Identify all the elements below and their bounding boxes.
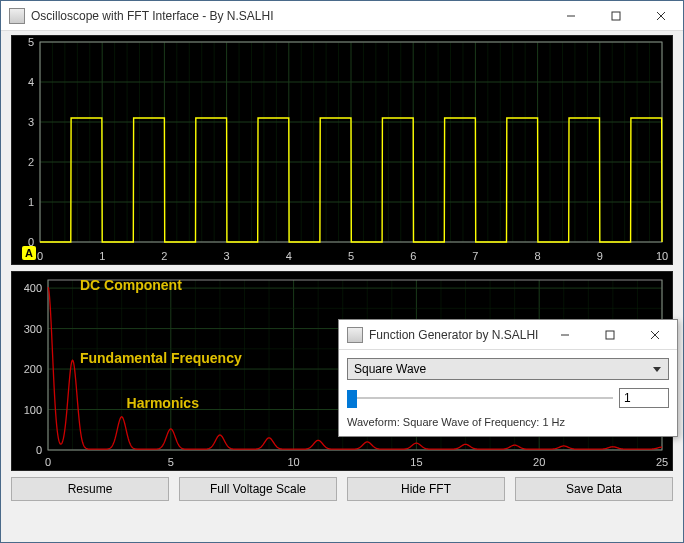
fg-waveform-select-wrap: Square Wave (347, 358, 669, 380)
svg-text:25: 25 (656, 456, 668, 468)
minimize-button[interactable] (548, 1, 593, 30)
svg-rect-132 (606, 331, 614, 339)
svg-text:9: 9 (597, 250, 603, 262)
svg-text:100: 100 (24, 404, 42, 416)
svg-text:8: 8 (535, 250, 541, 262)
hide-fft-button[interactable]: Hide FFT (347, 477, 505, 501)
svg-text:5: 5 (348, 250, 354, 262)
svg-text:7: 7 (472, 250, 478, 262)
svg-text:4: 4 (28, 76, 34, 88)
main-titlebar[interactable]: Oscilloscope with FFT Interface - By N.S… (1, 1, 683, 31)
fg-close-button[interactable] (632, 320, 677, 349)
svg-text:10: 10 (656, 250, 668, 262)
app-icon (9, 8, 25, 24)
content-area: 012345678910543210A 05101520254003002001… (1, 31, 683, 542)
fg-freq-input[interactable] (619, 388, 669, 408)
function-generator-window[interactable]: Function Generator by N.SALHI Square Wav… (338, 319, 678, 437)
svg-text:2: 2 (28, 156, 34, 168)
slider-thumb-icon[interactable] (347, 390, 357, 408)
fg-app-icon (347, 327, 363, 343)
svg-text:200: 200 (24, 363, 42, 375)
svg-text:Fundamental Frequency: Fundamental Frequency (80, 350, 242, 366)
resume-button[interactable]: Resume (11, 477, 169, 501)
fg-status-text: Waveform: Square Wave of Frequency: 1 Hz (347, 416, 669, 428)
main-window: Oscilloscope with FFT Interface - By N.S… (0, 0, 684, 543)
svg-text:0: 0 (37, 250, 43, 262)
fg-freq-row (347, 388, 669, 408)
svg-text:3: 3 (224, 250, 230, 262)
oscilloscope-chart: 012345678910543210A (11, 35, 673, 265)
fg-minimize-button[interactable] (542, 320, 587, 349)
svg-text:10: 10 (287, 456, 299, 468)
svg-text:DC Component: DC Component (80, 277, 182, 293)
main-title: Oscilloscope with FFT Interface - By N.S… (31, 9, 548, 23)
save-data-button[interactable]: Save Data (515, 477, 673, 501)
svg-text:15: 15 (410, 456, 422, 468)
svg-text:5: 5 (28, 36, 34, 48)
fg-titlebar[interactable]: Function Generator by N.SALHI (339, 320, 677, 350)
fg-waveform-select[interactable]: Square Wave (347, 358, 669, 380)
svg-text:4: 4 (286, 250, 292, 262)
svg-rect-1 (612, 12, 620, 20)
svg-text:5: 5 (168, 456, 174, 468)
svg-text:20: 20 (533, 456, 545, 468)
svg-text:A: A (25, 247, 33, 259)
fg-freq-slider[interactable] (347, 388, 613, 408)
maximize-button[interactable] (593, 1, 638, 30)
oscilloscope-svg: 012345678910543210A (12, 36, 672, 266)
fg-title: Function Generator by N.SALHI (369, 328, 542, 342)
svg-text:3: 3 (28, 116, 34, 128)
close-button[interactable] (638, 1, 683, 30)
svg-text:1: 1 (28, 196, 34, 208)
fg-body: Square Wave Waveform: Square Wave of Fre… (339, 350, 677, 436)
full-voltage-scale-button[interactable]: Full Voltage Scale (179, 477, 337, 501)
svg-text:Harmonics: Harmonics (127, 395, 200, 411)
fg-maximize-button[interactable] (587, 320, 632, 349)
svg-text:0: 0 (45, 456, 51, 468)
svg-text:400: 400 (24, 282, 42, 294)
svg-text:0: 0 (36, 444, 42, 456)
svg-text:6: 6 (410, 250, 416, 262)
svg-text:2: 2 (161, 250, 167, 262)
button-bar: Resume Full Voltage Scale Hide FFT Save … (11, 477, 673, 501)
svg-text:300: 300 (24, 323, 42, 335)
svg-text:1: 1 (99, 250, 105, 262)
